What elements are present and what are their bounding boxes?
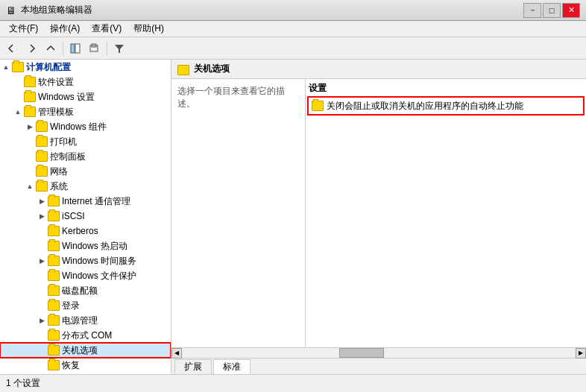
tree-item-computer-config[interactable]: ▲ 计算机配置 [0, 60, 171, 75]
toggle-windows-hotstart [36, 240, 48, 252]
toolbar-sep-1 [63, 41, 63, 56]
tree-item-control-panel[interactable]: 控制面板 [0, 149, 171, 164]
setting-item-shutdown[interactable]: 关闭会阻止或取消关机的应用程序的自动终止功能 [309, 98, 583, 114]
tree-item-windows-settings[interactable]: Windows 设置 [0, 89, 171, 104]
toggle-system[interactable]: ▲ [24, 180, 36, 192]
folder-icon-login [48, 300, 60, 311]
right-pane-title: 关机选项 [194, 63, 230, 75]
tree-item-software-settings[interactable]: 软件设置 [0, 75, 171, 89]
tree-item-shutdown-options[interactable]: 关机选项 [0, 343, 171, 358]
menu-view[interactable]: 查看(V) [86, 21, 127, 37]
tree-item-windows-hotstart[interactable]: Windows 热启动 [0, 238, 171, 253]
folder-icon-computer-config [12, 62, 24, 72]
show-hide-button[interactable] [66, 39, 84, 57]
label-disk-config: 磁盘配额 [62, 285, 98, 297]
settings-header: 设置 [309, 82, 583, 95]
minimize-button[interactable]: － [523, 3, 541, 18]
hscroll-right-button[interactable]: ▶ [576, 348, 586, 358]
tree-item-kerberos[interactable]: Kerberos [0, 224, 171, 238]
toggle-shutdown-options [36, 344, 48, 356]
forward-button[interactable] [22, 39, 40, 57]
label-control-panel: 控制面板 [50, 151, 86, 163]
toggle-internet-comm[interactable]: ▶ [36, 195, 48, 207]
folder-icon-internet-comm [48, 196, 60, 206]
tree-item-windows-fileprotect[interactable]: Windows 文件保护 [0, 268, 171, 283]
description-pane: 选择一个项目来查看它的描述。 [171, 79, 306, 347]
hscroll-track[interactable] [182, 348, 576, 358]
menu-action[interactable]: 操作(A) [44, 21, 86, 37]
tree-item-windows-components[interactable]: ▶ Windows 组件 [0, 119, 171, 134]
toggle-network [24, 165, 36, 177]
folder-icon-control-panel [36, 151, 48, 162]
toggle-computer-config[interactable]: ▲ [0, 61, 12, 73]
toolbar [0, 37, 586, 60]
horizontal-scrollbar[interactable]: ◀ ▶ [171, 347, 586, 358]
folder-icon-kerberos [48, 226, 60, 236]
toggle-windows-components[interactable]: ▶ [24, 121, 36, 133]
menu-file[interactable]: 文件(F) [3, 21, 44, 37]
toggle-control-panel [24, 151, 36, 162]
tree-item-iscsi[interactable]: ▶ iSCSI [0, 209, 171, 224]
label-shutdown-options: 关机选项 [62, 344, 98, 357]
back-button[interactable] [3, 39, 21, 57]
hscroll-thumb[interactable] [339, 348, 384, 358]
label-computer-config: 计算机配置 [26, 61, 71, 74]
folder-icon-printer [36, 136, 48, 147]
tree-item-printer[interactable]: 打印机 [0, 134, 171, 149]
svg-rect-0 [71, 44, 75, 53]
filter-button[interactable] [110, 39, 128, 57]
label-power-mgmt: 电源管理 [62, 314, 98, 327]
toggle-windows-timeservice[interactable]: ▶ [36, 255, 48, 267]
up-button[interactable] [42, 39, 60, 57]
label-internet-comm: Internet 通信管理 [62, 195, 130, 208]
label-software-settings: 软件设置 [38, 76, 74, 89]
settings-pane: 设置 关闭会阻止或取消关机的应用程序的自动终止功能 [306, 79, 586, 347]
folder-icon-windows-hotstart [48, 241, 60, 251]
toolbar-sep-2 [107, 41, 107, 56]
tree-item-internet-comm[interactable]: ▶ Internet 通信管理 [0, 194, 171, 209]
label-windows-components: Windows 组件 [50, 121, 107, 133]
tree-item-login[interactable]: 登录 [0, 298, 171, 313]
tree-item-network[interactable]: 网络 [0, 164, 171, 179]
folder-icon-admin-templates [24, 107, 36, 117]
label-windows-hotstart: Windows 热启动 [62, 240, 127, 253]
folder-icon-disk-config [48, 285, 60, 296]
folder-icon-dist-com [48, 330, 60, 341]
close-button[interactable]: ✕ [562, 3, 580, 18]
folder-icon-windows-fileprotect [48, 271, 60, 281]
tree-item-disk-config[interactable]: 磁盘配额 [0, 283, 171, 298]
folder-icon-windows-components [36, 121, 48, 132]
tab-expand[interactable]: 扩展 [174, 359, 212, 374]
toggle-disk-config [36, 285, 48, 297]
tab-standard[interactable]: 标准 [213, 359, 251, 374]
label-dist-com: 分布式 COM [62, 329, 112, 342]
toggle-iscsi[interactable]: ▶ [36, 210, 48, 222]
toggle-power-mgmt[interactable]: ▶ [36, 314, 48, 326]
setting-folder-icon [312, 101, 324, 111]
status-bar: 1 个设置 [0, 374, 586, 392]
main-container: ▲ 计算机配置 软件设置 Windows 设置 ▲ [0, 60, 586, 374]
tree-item-restore[interactable]: 恢复 [0, 358, 171, 373]
toggle-software-settings [12, 76, 24, 88]
status-text: 1 个设置 [6, 377, 40, 390]
label-restore: 恢复 [62, 359, 80, 372]
toggle-admin-templates[interactable]: ▲ [12, 106, 24, 118]
hscroll-left-button[interactable]: ◀ [171, 348, 182, 358]
tree-item-windows-timeservice[interactable]: ▶ Windows 时间服务 [0, 253, 171, 268]
folder-icon-system [36, 181, 48, 192]
toggle-kerberos [36, 225, 48, 237]
folder-icon-shutdown-options [48, 345, 60, 355]
toggle-windows-settings [12, 91, 24, 103]
svg-rect-1 [75, 44, 80, 53]
tree-view[interactable]: ▲ 计算机配置 软件设置 Windows 设置 ▲ [0, 60, 171, 374]
tree-item-system[interactable]: ▲ 系统 [0, 179, 171, 194]
refresh-button[interactable] [86, 39, 104, 57]
label-login: 登录 [62, 300, 80, 312]
label-windows-fileprotect: Windows 文件保护 [62, 270, 136, 282]
folder-icon-windows-timeservice [48, 256, 60, 266]
tree-item-admin-templates[interactable]: ▲ 管理模板 [0, 104, 171, 119]
tree-item-power-mgmt[interactable]: ▶ 电源管理 [0, 313, 171, 328]
menu-help[interactable]: 帮助(H) [127, 21, 170, 37]
tree-item-dist-com[interactable]: 分布式 COM [0, 328, 171, 343]
maximize-button[interactable]: □ [543, 3, 561, 18]
